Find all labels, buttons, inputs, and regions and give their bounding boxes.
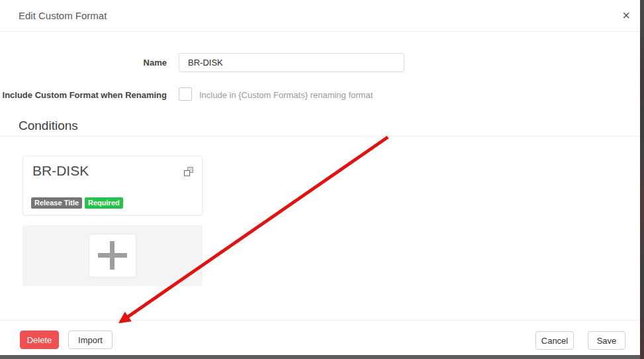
close-icon[interactable]: × (618, 7, 635, 24)
modal-title: Edit Custom Format (19, 10, 107, 21)
include-renaming-label: Include Custom Format when Renaming (0, 90, 167, 100)
conditions-heading: Conditions (19, 119, 78, 133)
conditions-divider (0, 136, 640, 136)
add-condition-button[interactable] (89, 234, 136, 277)
add-condition-card (23, 225, 203, 286)
edit-custom-format-modal: Edit Custom Format × Name Include Custom… (0, 0, 644, 359)
badge-release-title: Release Title (31, 197, 82, 209)
badge-required: Required (85, 197, 123, 209)
name-label: Name (0, 58, 167, 68)
clone-icon[interactable] (184, 167, 193, 176)
plus-icon (110, 241, 115, 270)
save-button[interactable]: Save (588, 331, 625, 350)
delete-button[interactable]: Delete (20, 331, 59, 349)
condition-title: BR-DISK (32, 163, 89, 179)
cancel-button[interactable]: Cancel (535, 331, 574, 350)
include-renaming-help: Include in {Custom Formats} renaming for… (199, 90, 373, 100)
name-input[interactable] (179, 53, 404, 72)
background-page-bottom (0, 355, 640, 359)
footer-divider (0, 320, 640, 321)
condition-badges: Release Title Required (31, 197, 123, 209)
import-button[interactable]: Import (68, 331, 113, 349)
clone-icon-front (184, 170, 190, 176)
background-page-edge (640, 0, 644, 359)
condition-card[interactable]: BR-DISK Release Title Required (23, 156, 203, 215)
header-divider (0, 31, 640, 32)
include-renaming-checkbox[interactable] (179, 87, 192, 101)
